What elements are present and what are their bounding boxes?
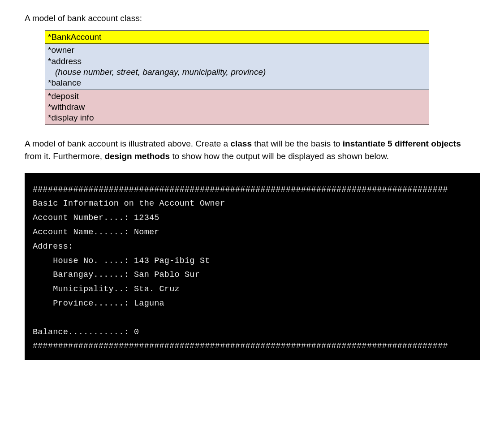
para-text-2: that will be the basis to [252, 139, 343, 148]
console-acct-name-label: Account Name......: [33, 228, 134, 237]
console-acct-num-value: 12345 [134, 213, 159, 223]
console-muni-value: Sta. Cruz [134, 284, 180, 294]
console-muni-label: Municipality..: [33, 284, 134, 294]
para-bold-design-methods: design methods [104, 151, 170, 161]
console-balance-label: Balance...........: [33, 327, 134, 337]
uml-attributes-row: *owner *address (house number, street, b… [45, 44, 429, 90]
uml-attr-balance: *balance [48, 78, 426, 88]
uml-method-withdraw: *withdraw [48, 102, 426, 112]
console-house-label: House No. ....: [33, 256, 134, 266]
uml-attr-owner: *owner [48, 45, 426, 56]
uml-method-display-info: *display info [48, 112, 426, 123]
console-brgy-value: San Pablo Sur [134, 270, 200, 280]
console-title: Basic Information on the Account Owner [33, 199, 225, 208]
para-text-1: A model of bank account is illustrated a… [25, 139, 230, 148]
uml-table: *BankAccount *owner *address (house numb… [45, 30, 429, 125]
uml-attr-address-detail: (house number, street, barangay, municip… [48, 67, 426, 78]
console-house-value: 143 Pag-ibig St [134, 256, 210, 266]
uml-method-deposit: *deposit [48, 91, 426, 102]
console-address-label: Address: [33, 242, 73, 251]
uml-classname-row: *BankAccount [45, 31, 429, 44]
console-border-top: ########################################… [33, 185, 448, 194]
para-text-4: to show how the output will be displayed… [170, 151, 389, 161]
console-prov-value: Laguna [134, 299, 164, 308]
uml-methods-row: *deposit *withdraw *display info [45, 90, 429, 125]
console-output: ########################################… [25, 173, 480, 360]
uml-attr-address: *address [48, 56, 426, 67]
uml-classname: *BankAccount [45, 31, 429, 44]
para-bold-instantiate: instantiate 5 different objects [343, 139, 461, 148]
console-acct-name-value: Nomer [134, 228, 159, 237]
console-prov-label: Province......: [33, 299, 134, 308]
console-balance-value: 0 [134, 327, 139, 337]
uml-attributes: *owner *address (house number, street, b… [45, 44, 429, 90]
instructions-paragraph: A model of bank account is illustrated a… [25, 138, 479, 163]
uml-class-diagram: *BankAccount *owner *address (house numb… [45, 30, 429, 125]
console-acct-num-label: Account Number....: [33, 213, 134, 223]
uml-methods: *deposit *withdraw *display info [45, 90, 429, 125]
para-text-3: from it. Furthermore, [25, 151, 104, 161]
intro-heading: A model of bank account class: [25, 13, 479, 23]
console-border-bottom: ########################################… [33, 341, 448, 351]
console-brgy-label: Barangay......: [33, 270, 134, 280]
para-bold-class: class [230, 139, 252, 148]
